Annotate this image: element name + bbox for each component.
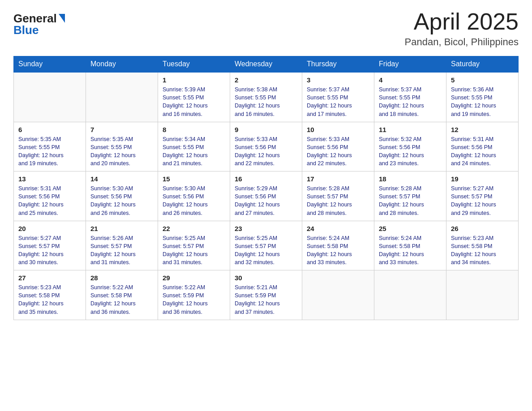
calendar-cell: 10Sunrise: 5:33 AM Sunset: 5:56 PM Dayli… xyxy=(302,122,374,171)
day-info: Sunrise: 5:28 AM Sunset: 5:57 PM Dayligh… xyxy=(307,185,352,216)
calendar-cell: 26Sunrise: 5:23 AM Sunset: 5:58 PM Dayli… xyxy=(446,221,519,270)
day-number: 18 xyxy=(379,175,442,183)
day-number: 2 xyxy=(235,76,297,84)
logo-blue-text: Blue xyxy=(13,24,39,36)
calendar-cell: 18Sunrise: 5:28 AM Sunset: 5:57 PM Dayli… xyxy=(374,171,446,221)
day-info: Sunrise: 5:22 AM Sunset: 5:59 PM Dayligh… xyxy=(163,284,208,315)
calendar-week-1: 1Sunrise: 5:39 AM Sunset: 5:55 PM Daylig… xyxy=(14,72,519,122)
day-info: Sunrise: 5:27 AM Sunset: 5:57 PM Dayligh… xyxy=(451,185,496,216)
day-number: 7 xyxy=(90,126,153,133)
day-info: Sunrise: 5:34 AM Sunset: 5:55 PM Dayligh… xyxy=(163,136,208,167)
day-number: 1 xyxy=(163,76,225,84)
calendar-cell xyxy=(446,270,519,320)
calendar-cell: 25Sunrise: 5:24 AM Sunset: 5:58 PM Dayli… xyxy=(374,221,446,270)
logo: General Blue xyxy=(13,13,65,36)
calendar-week-3: 13Sunrise: 5:31 AM Sunset: 5:56 PM Dayli… xyxy=(14,171,519,221)
day-info: Sunrise: 5:28 AM Sunset: 5:57 PM Dayligh… xyxy=(379,185,424,216)
day-info: Sunrise: 5:32 AM Sunset: 5:56 PM Dayligh… xyxy=(379,136,424,167)
calendar-cell xyxy=(86,72,158,122)
day-info: Sunrise: 5:33 AM Sunset: 5:56 PM Dayligh… xyxy=(235,136,280,167)
calendar-cell: 17Sunrise: 5:28 AM Sunset: 5:57 PM Dayli… xyxy=(302,171,374,221)
calendar-cell: 23Sunrise: 5:25 AM Sunset: 5:57 PM Dayli… xyxy=(230,221,302,270)
calendar-cell xyxy=(374,270,446,320)
day-info: Sunrise: 5:30 AM Sunset: 5:56 PM Dayligh… xyxy=(90,185,136,216)
header-tuesday: Tuesday xyxy=(158,56,230,73)
day-number: 20 xyxy=(18,225,81,232)
calendar-cell: 24Sunrise: 5:24 AM Sunset: 5:58 PM Dayli… xyxy=(302,221,374,270)
day-number: 13 xyxy=(18,175,81,183)
day-info: Sunrise: 5:23 AM Sunset: 5:58 PM Dayligh… xyxy=(451,235,496,265)
calendar-cell: 5Sunrise: 5:36 AM Sunset: 5:55 PM Daylig… xyxy=(446,72,519,122)
day-info: Sunrise: 5:31 AM Sunset: 5:56 PM Dayligh… xyxy=(18,185,64,216)
day-info: Sunrise: 5:37 AM Sunset: 5:55 PM Dayligh… xyxy=(307,86,352,117)
page-header: General Blue April 2025 Pandan, Bicol, P… xyxy=(13,9,519,48)
day-info: Sunrise: 5:38 AM Sunset: 5:55 PM Dayligh… xyxy=(235,86,280,117)
day-number: 23 xyxy=(235,225,297,232)
day-number: 29 xyxy=(163,274,225,282)
day-number: 15 xyxy=(163,175,225,183)
logo-triangle-icon xyxy=(59,14,65,23)
day-info: Sunrise: 5:24 AM Sunset: 5:58 PM Dayligh… xyxy=(307,235,352,265)
day-info: Sunrise: 5:24 AM Sunset: 5:58 PM Dayligh… xyxy=(379,235,424,265)
day-number: 14 xyxy=(90,175,153,183)
calendar-week-4: 20Sunrise: 5:27 AM Sunset: 5:57 PM Dayli… xyxy=(14,221,519,270)
calendar-cell: 4Sunrise: 5:37 AM Sunset: 5:55 PM Daylig… xyxy=(374,72,446,122)
calendar-cell: 1Sunrise: 5:39 AM Sunset: 5:55 PM Daylig… xyxy=(158,72,230,122)
day-info: Sunrise: 5:35 AM Sunset: 5:55 PM Dayligh… xyxy=(18,136,64,167)
header-saturday: Saturday xyxy=(446,56,519,73)
day-number: 28 xyxy=(90,274,153,282)
calendar-cell: 20Sunrise: 5:27 AM Sunset: 5:57 PM Dayli… xyxy=(14,221,86,270)
calendar-cell: 11Sunrise: 5:32 AM Sunset: 5:56 PM Dayli… xyxy=(374,122,446,171)
day-number: 25 xyxy=(379,225,442,232)
calendar-cell: 29Sunrise: 5:22 AM Sunset: 5:59 PM Dayli… xyxy=(158,270,230,320)
day-number: 8 xyxy=(163,126,225,133)
day-info: Sunrise: 5:25 AM Sunset: 5:57 PM Dayligh… xyxy=(235,235,280,265)
header-wednesday: Wednesday xyxy=(230,56,302,73)
day-number: 30 xyxy=(235,274,297,282)
calendar-cell: 13Sunrise: 5:31 AM Sunset: 5:56 PM Dayli… xyxy=(14,171,86,221)
calendar-cell: 16Sunrise: 5:29 AM Sunset: 5:56 PM Dayli… xyxy=(230,171,302,221)
day-number: 5 xyxy=(451,76,514,84)
header-friday: Friday xyxy=(374,56,446,73)
calendar-cell: 21Sunrise: 5:26 AM Sunset: 5:57 PM Dayli… xyxy=(86,221,158,270)
day-number: 22 xyxy=(163,225,225,232)
day-info: Sunrise: 5:30 AM Sunset: 5:56 PM Dayligh… xyxy=(163,185,208,216)
day-info: Sunrise: 5:27 AM Sunset: 5:57 PM Dayligh… xyxy=(18,235,64,265)
day-info: Sunrise: 5:39 AM Sunset: 5:55 PM Dayligh… xyxy=(163,86,208,117)
title-block: April 2025 Pandan, Bicol, Philippines xyxy=(405,9,519,48)
calendar-cell xyxy=(14,72,86,122)
calendar-table: SundayMondayTuesdayWednesdayThursdayFrid… xyxy=(13,56,519,320)
location-title: Pandan, Bicol, Philippines xyxy=(405,36,519,48)
calendar-cell: 8Sunrise: 5:34 AM Sunset: 5:55 PM Daylig… xyxy=(158,122,230,171)
day-number: 6 xyxy=(18,126,81,133)
day-number: 10 xyxy=(307,126,369,133)
calendar-cell: 14Sunrise: 5:30 AM Sunset: 5:56 PM Dayli… xyxy=(86,171,158,221)
calendar-cell: 3Sunrise: 5:37 AM Sunset: 5:55 PM Daylig… xyxy=(302,72,374,122)
day-number: 16 xyxy=(235,175,297,183)
calendar-cell: 27Sunrise: 5:23 AM Sunset: 5:58 PM Dayli… xyxy=(14,270,86,320)
calendar-week-5: 27Sunrise: 5:23 AM Sunset: 5:58 PM Dayli… xyxy=(14,270,519,320)
day-number: 19 xyxy=(451,175,514,183)
day-info: Sunrise: 5:23 AM Sunset: 5:58 PM Dayligh… xyxy=(18,284,64,315)
calendar-cell: 6Sunrise: 5:35 AM Sunset: 5:55 PM Daylig… xyxy=(14,122,86,171)
day-info: Sunrise: 5:33 AM Sunset: 5:56 PM Dayligh… xyxy=(307,136,352,167)
day-info: Sunrise: 5:22 AM Sunset: 5:58 PM Dayligh… xyxy=(90,284,136,315)
calendar-cell xyxy=(302,270,374,320)
day-info: Sunrise: 5:21 AM Sunset: 5:59 PM Dayligh… xyxy=(235,284,280,315)
calendar-cell: 12Sunrise: 5:31 AM Sunset: 5:56 PM Dayli… xyxy=(446,122,519,171)
calendar-cell: 19Sunrise: 5:27 AM Sunset: 5:57 PM Dayli… xyxy=(446,171,519,221)
header-monday: Monday xyxy=(86,56,158,73)
day-info: Sunrise: 5:26 AM Sunset: 5:57 PM Dayligh… xyxy=(90,235,136,265)
day-info: Sunrise: 5:35 AM Sunset: 5:55 PM Dayligh… xyxy=(90,136,136,167)
day-number: 3 xyxy=(307,76,369,84)
day-number: 24 xyxy=(307,225,369,232)
day-info: Sunrise: 5:25 AM Sunset: 5:57 PM Dayligh… xyxy=(163,235,208,265)
day-info: Sunrise: 5:29 AM Sunset: 5:56 PM Dayligh… xyxy=(235,185,280,216)
day-number: 17 xyxy=(307,175,369,183)
day-number: 21 xyxy=(90,225,153,232)
calendar-cell: 15Sunrise: 5:30 AM Sunset: 5:56 PM Dayli… xyxy=(158,171,230,221)
month-title: April 2025 xyxy=(405,9,519,34)
calendar-cell: 2Sunrise: 5:38 AM Sunset: 5:55 PM Daylig… xyxy=(230,72,302,122)
calendar-cell: 28Sunrise: 5:22 AM Sunset: 5:58 PM Dayli… xyxy=(86,270,158,320)
day-number: 11 xyxy=(379,126,442,133)
